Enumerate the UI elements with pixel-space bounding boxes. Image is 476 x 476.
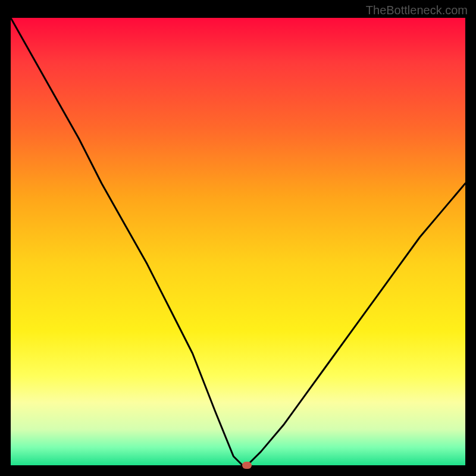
watermark-text: TheBottleneck.com <box>366 4 468 17</box>
bottleneck-curve <box>11 18 465 465</box>
plot-area <box>11 18 465 465</box>
min-marker <box>242 462 252 469</box>
chart-container: TheBottleneck.com <box>0 0 476 476</box>
